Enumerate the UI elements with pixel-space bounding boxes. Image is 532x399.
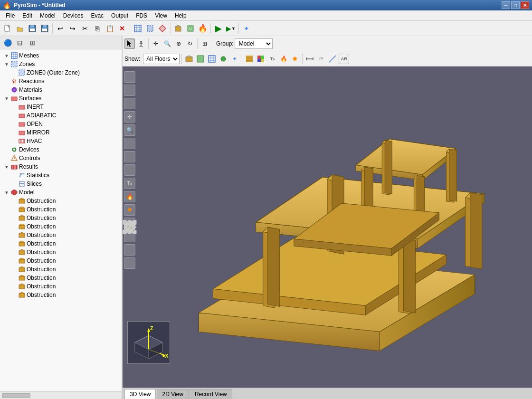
texture-button[interactable] (244, 54, 255, 64)
paste-button[interactable]: 📋 (104, 23, 115, 34)
tree-item-zone0[interactable]: ▶ ZONE0 (Outer Zone) (0, 68, 122, 77)
label-button[interactable]: T₀ (267, 54, 277, 64)
mesh-button[interactable] (132, 23, 143, 34)
run-button[interactable]: ▶ (213, 23, 224, 34)
open-button[interactable] (14, 23, 26, 34)
dim-button[interactable] (304, 54, 315, 64)
tree-toggle-zones[interactable]: ▼ (3, 60, 10, 68)
tree-item-inert[interactable]: ▶ INERT (0, 103, 122, 111)
tree-item-obs7[interactable]: ▶ Obstruction (0, 248, 122, 256)
tree-item-obs1[interactable]: ▶ Obstruction (0, 197, 122, 205)
menu-devices[interactable]: Devices (59, 11, 87, 20)
cut-button[interactable]: ✂ (79, 23, 91, 34)
tree-item-obs5[interactable]: ▶ Obstruction (0, 231, 122, 239)
nav-scroll[interactable] (124, 257, 135, 269)
tree-toggle-devices[interactable]: ▶ (3, 146, 10, 153)
particle-button[interactable]: ✦ (241, 23, 252, 34)
new-button[interactable] (2, 23, 13, 34)
fit-view-button[interactable]: ⊞ (200, 38, 210, 49)
menu-evac[interactable]: Evac (87, 11, 107, 20)
menu-help[interactable]: Help (171, 11, 190, 20)
walkthrough-button[interactable] (136, 38, 146, 49)
tree-item-materials[interactable]: ▶ Materials (0, 86, 122, 94)
numpad-button[interactable]: i²³ (316, 54, 326, 64)
tree-toggle-materials[interactable]: ▶ (3, 86, 10, 94)
orbit-button[interactable]: ↻ (185, 38, 195, 49)
tree-item-obs4[interactable]: ▶ Obstruction (0, 222, 122, 231)
floor-select[interactable]: All Floors (143, 54, 180, 64)
tab-record-view[interactable]: Record View (190, 389, 232, 399)
tree-item-model[interactable]: ▼ Model (0, 188, 122, 197)
tree-item-obs12[interactable]: ▶ Obstruction (0, 291, 122, 299)
fire-button[interactable]: 🔥 (197, 23, 209, 34)
tree-item-obs10[interactable]: ▶ Obstruction (0, 274, 122, 282)
obstruction-button[interactable] (172, 23, 184, 34)
tree-toggle-meshes[interactable]: ▼ (3, 52, 10, 59)
collapse-button[interactable]: ⊟ (14, 37, 26, 48)
delete-button[interactable]: ✕ (116, 23, 128, 34)
run-options-button[interactable]: ▶▼ (225, 23, 237, 34)
chart-button[interactable] (327, 54, 338, 64)
tree-item-mirror[interactable]: ▶ MIRROR (0, 128, 122, 137)
expand-button[interactable]: ⊞ (27, 37, 38, 48)
tree-item-controls[interactable]: ▶ Controls (0, 154, 122, 162)
surface-button[interactable] (157, 23, 168, 34)
tree-toggle-reactions[interactable]: ▶ (3, 77, 10, 85)
zoom-in-button[interactable]: 🔍 (162, 38, 172, 49)
save-button[interactable] (27, 23, 38, 34)
render-vent-button[interactable] (195, 54, 206, 64)
save-as-button[interactable]: + (39, 23, 50, 34)
tree-item-obs6[interactable]: ▶ Obstruction (0, 239, 122, 248)
zone-button[interactable] (144, 23, 156, 34)
menu-model[interactable]: Model (36, 11, 59, 20)
viewport[interactable]: ✛ 🔍 T₀ 🔥 ✸ (123, 66, 532, 388)
vent-button[interactable]: V (185, 23, 196, 34)
maximize-button[interactable]: □ (511, 1, 520, 9)
undo-button[interactable]: ↩ (55, 23, 66, 34)
tree-item-slices[interactable]: ▶ Slices (0, 180, 122, 188)
tree-item-devices[interactable]: ▶ Devices (0, 145, 122, 154)
ar-button[interactable]: AR (339, 54, 349, 64)
tree-item-adiabatic[interactable]: ▶ ADIABATIC (0, 111, 122, 120)
menu-view[interactable]: View (151, 11, 171, 20)
render-particle-button[interactable]: ✦ (229, 54, 240, 64)
tree-item-hvac[interactable]: ▶ HVAC (0, 137, 122, 145)
group-select[interactable]: Model (235, 38, 273, 49)
star-button[interactable]: ✸ (290, 54, 300, 64)
tree-item-zones[interactable]: ▼ Zones (0, 60, 122, 68)
render-device-button[interactable] (218, 54, 228, 64)
tree-item-statistics[interactable]: ▶ i²³ Statistics (0, 171, 122, 180)
tree-toggle-results[interactable]: ▼ (3, 163, 10, 171)
render-obst-button[interactable] (184, 54, 194, 64)
tree-item-results[interactable]: ▼ Results (0, 162, 122, 171)
tree-item-reactions[interactable]: ▶ Reactions (0, 77, 122, 86)
tree-toggle-controls[interactable]: ▶ (3, 154, 10, 162)
tree-item-meshes[interactable]: ▼ Meshes (0, 51, 122, 60)
tree-container[interactable]: ▼ Meshes ▼ Zones ▶ (0, 49, 122, 391)
pan-button[interactable]: ✛ (151, 38, 161, 49)
tree-toggle-surfaces[interactable]: ▼ (3, 95, 10, 102)
color-button[interactable] (256, 54, 266, 64)
tree-item-obs9[interactable]: ▶ Obstruction (0, 265, 122, 274)
select-mode-button[interactable] (124, 38, 135, 49)
tree-item-obs3[interactable]: ▶ Obstruction (0, 214, 122, 222)
copy-button[interactable]: ⎘ (92, 23, 103, 34)
tree-toggle-model[interactable]: ▼ (3, 189, 10, 196)
menu-edit[interactable]: Edit (19, 11, 36, 20)
tab-3d-view[interactable]: 3D View (124, 389, 156, 399)
tab-2d-view[interactable]: 2D View (157, 389, 188, 399)
redo-button[interactable]: ↪ (67, 23, 78, 34)
menu-fds[interactable]: FDS (132, 11, 151, 20)
close-button[interactable]: ✕ (521, 1, 529, 9)
zoom-window-button[interactable]: ⊕ (173, 38, 184, 49)
tree-item-obs2[interactable]: ▶ Obstruction (0, 205, 122, 214)
fire-label-button[interactable]: 🔥 (278, 54, 289, 64)
panel-btn-1[interactable]: 🔵 (2, 37, 13, 48)
horizontal-scrollbar[interactable] (0, 391, 122, 399)
menu-file[interactable]: File (2, 11, 19, 20)
minimize-button[interactable]: ─ (502, 1, 510, 9)
menu-output[interactable]: Output (107, 11, 132, 20)
tree-item-obs11[interactable]: ▶ Obstruction (0, 282, 122, 291)
tree-item-obs8[interactable]: ▶ Obstruction (0, 256, 122, 265)
tree-item-open[interactable]: ▶ OPEN (0, 120, 122, 128)
